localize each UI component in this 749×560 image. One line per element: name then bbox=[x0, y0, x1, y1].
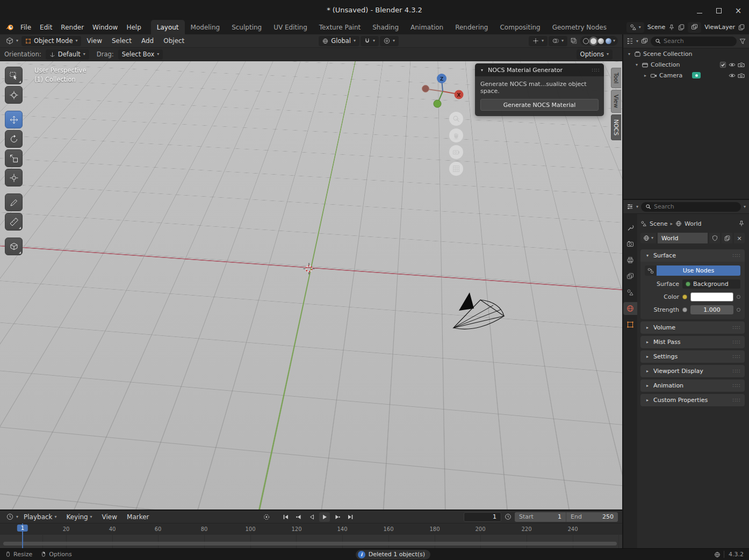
editor-type-timeline-icon[interactable] bbox=[4, 513, 15, 520]
shading-wireframe-icon[interactable] bbox=[583, 38, 589, 44]
play-button[interactable] bbox=[319, 512, 330, 522]
chevron-down-icon[interactable]: ▾ bbox=[744, 205, 746, 209]
properties-search-input[interactable] bbox=[654, 203, 737, 210]
current-frame-field[interactable]: 1 bbox=[464, 512, 501, 522]
orientation-dropdown[interactable]: Default ▾ bbox=[46, 49, 89, 60]
editor-type-outliner-icon[interactable] bbox=[626, 38, 633, 45]
outliner-item-label[interactable]: Scene Collection bbox=[643, 51, 692, 58]
editor-type-properties-icon[interactable] bbox=[626, 203, 633, 210]
display-mode-icon[interactable] bbox=[641, 38, 648, 45]
panel-grip-icon[interactable]: ∷∷ bbox=[732, 383, 740, 389]
timeline-scrollbar[interactable] bbox=[3, 542, 617, 545]
sidebar-tab-view[interactable]: View bbox=[611, 90, 621, 113]
mist-pass-panel-header[interactable]: ▸ Mist Pass ∷∷ bbox=[640, 336, 745, 348]
panel-grip-icon[interactable]: ∷∷ bbox=[732, 397, 740, 403]
viewport-display-panel-header[interactable]: ▸ Viewport Display ∷∷ bbox=[640, 365, 745, 377]
viewlayer-selector[interactable] bbox=[688, 22, 701, 33]
next-keyframe-button[interactable] bbox=[332, 512, 343, 522]
volume-panel-header[interactable]: ▸ Volume ∷∷ bbox=[640, 321, 745, 334]
scale-tool-button[interactable] bbox=[5, 149, 23, 167]
overlays-dropdown[interactable]: ▾ bbox=[549, 36, 567, 46]
viewlayer-name[interactable]: ViewLayer bbox=[704, 24, 735, 31]
outliner-search-input[interactable] bbox=[664, 38, 732, 45]
chevron-down-icon[interactable]: ▾ bbox=[636, 205, 638, 209]
properties-search[interactable] bbox=[641, 202, 741, 212]
panel-grip-icon[interactable]: ∷∷ bbox=[732, 325, 740, 331]
auto-keyframe-toggle[interactable] bbox=[261, 512, 272, 522]
mode-dropdown[interactable]: Object Mode ▾ bbox=[21, 36, 81, 46]
use-nodes-button[interactable]: Use Nodes bbox=[657, 265, 740, 276]
workspace-tab-layout[interactable]: Layout bbox=[151, 20, 185, 34]
unlink-button[interactable]: × bbox=[734, 233, 745, 243]
nocs-panel-header[interactable]: ▾ NOCS Material Generator ∷∷ bbox=[475, 63, 604, 76]
new-viewlayer-icon[interactable] bbox=[738, 24, 745, 31]
render-visibility-icon[interactable] bbox=[738, 61, 745, 68]
chevron-right-icon[interactable]: ▸ bbox=[643, 73, 648, 78]
status-report-message[interactable]: i Deleted 1 object(s) bbox=[356, 550, 430, 559]
tab-world-properties[interactable] bbox=[623, 302, 637, 315]
checkbox-icon[interactable] bbox=[719, 61, 726, 68]
select-box-tool-button[interactable] bbox=[5, 67, 23, 84]
sidebar-tab-tool[interactable]: Tool bbox=[611, 68, 621, 88]
blender-logo-icon[interactable] bbox=[3, 20, 16, 34]
strength-field[interactable]: 1.000 bbox=[690, 305, 733, 314]
eye-icon[interactable] bbox=[729, 61, 736, 68]
move-tool-button[interactable] bbox=[5, 111, 23, 128]
view-menu[interactable]: View bbox=[82, 37, 106, 45]
tab-object-properties[interactable] bbox=[623, 318, 637, 331]
settings-panel-header[interactable]: ▸ Settings ∷∷ bbox=[640, 350, 745, 363]
cone-object[interactable] bbox=[450, 290, 509, 336]
playhead-badge[interactable]: 1 bbox=[17, 525, 28, 532]
timeline-view-menu[interactable]: View bbox=[98, 513, 121, 521]
tab-scene-properties[interactable] bbox=[623, 286, 637, 299]
cursor-tool-button[interactable] bbox=[5, 86, 23, 104]
outliner-item-label[interactable]: Collection bbox=[651, 61, 680, 68]
annotate-tool-button[interactable] bbox=[5, 193, 23, 211]
workspace-tab-uv-editing[interactable]: UV Editing bbox=[268, 20, 313, 34]
end-frame-field[interactable]: End 250 bbox=[566, 512, 618, 522]
transform-orientation-dropdown[interactable]: Global ▾ bbox=[319, 36, 359, 46]
start-frame-field[interactable]: Start 1 bbox=[515, 512, 566, 522]
surface-panel-header[interactable]: ▾ Surface ∷∷ bbox=[640, 249, 745, 262]
panel-grip-icon[interactable]: ∷∷ bbox=[592, 67, 600, 73]
world-browse-button[interactable]: ▾ bbox=[640, 233, 656, 243]
measure-tool-button[interactable] bbox=[5, 213, 23, 231]
maximize-button[interactable] bbox=[716, 7, 722, 13]
outliner-row-scene-collection[interactable]: ▾ Scene Collection bbox=[623, 48, 749, 59]
keying-menu[interactable]: Keying ▾ bbox=[62, 513, 96, 521]
animation-panel-header[interactable]: ▸ Animation ∷∷ bbox=[640, 379, 745, 392]
scene-name[interactable]: Scene bbox=[647, 24, 666, 31]
menu-window[interactable]: Window bbox=[88, 20, 122, 34]
add-menu[interactable]: Add bbox=[137, 37, 158, 45]
workspace-tab-shading[interactable]: Shading bbox=[366, 20, 405, 34]
outliner-row-collection[interactable]: ▾ Collection bbox=[623, 59, 749, 70]
panel-grip-icon[interactable]: ∷∷ bbox=[732, 339, 740, 345]
breadcrumb-world[interactable]: World bbox=[685, 220, 702, 227]
tab-tool-properties[interactable] bbox=[623, 221, 637, 234]
pan-button[interactable] bbox=[449, 128, 463, 142]
outliner-item-label[interactable]: Camera bbox=[659, 72, 682, 79]
animate-decorator-icon[interactable] bbox=[737, 308, 740, 312]
xray-toggle-icon[interactable] bbox=[568, 38, 579, 44]
workspace-tab-rendering[interactable]: Rendering bbox=[449, 20, 494, 34]
playback-menu[interactable]: Playback ▾ bbox=[19, 513, 61, 521]
workspace-tab-sculpting[interactable]: Sculpting bbox=[226, 20, 268, 34]
prev-keyframe-button[interactable] bbox=[293, 512, 304, 522]
color-swatch[interactable] bbox=[690, 292, 733, 301]
menu-help[interactable]: Help bbox=[122, 20, 145, 34]
new-datablock-button[interactable] bbox=[722, 233, 732, 243]
jump-to-end-button[interactable] bbox=[345, 512, 356, 522]
outliner-row-camera[interactable]: ▸ Camera bbox=[623, 70, 749, 81]
tab-output-properties[interactable] bbox=[623, 254, 637, 267]
chevron-down-icon[interactable]: ▾ bbox=[636, 39, 638, 44]
shading-material-icon[interactable] bbox=[598, 38, 604, 44]
preview-range-icon[interactable] bbox=[505, 513, 512, 520]
object-menu[interactable]: Object bbox=[159, 37, 189, 45]
shading-solid-icon[interactable] bbox=[590, 38, 596, 44]
pin-icon[interactable] bbox=[738, 220, 745, 227]
navigation-gizmo[interactable]: Z X bbox=[418, 66, 467, 115]
workspace-tab-modeling[interactable]: Modeling bbox=[185, 20, 226, 34]
tab-render-properties[interactable] bbox=[623, 238, 637, 250]
timeline-ruler[interactable]: 20 40 60 80 100 120 140 160 180 200 220 … bbox=[0, 523, 622, 548]
panel-grip-icon[interactable]: ∷∷ bbox=[732, 368, 740, 374]
